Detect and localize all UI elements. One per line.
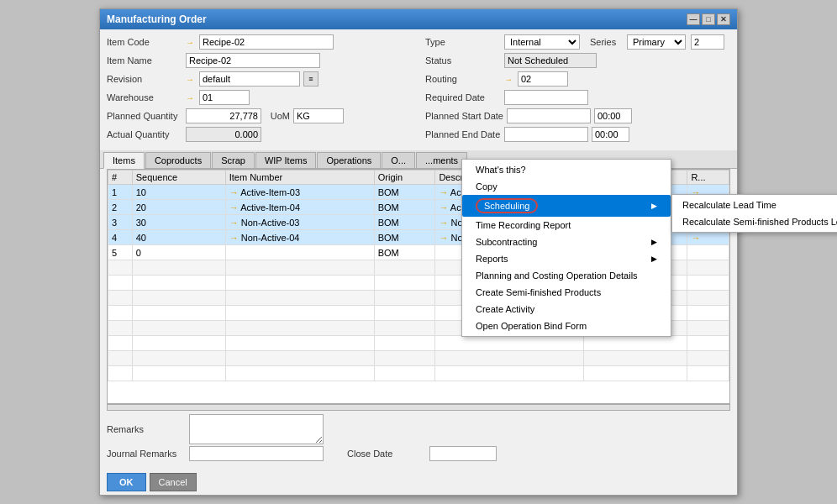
ctx-time-recording[interactable]: Time Recording Report xyxy=(462,217,671,234)
ctx-scheduling[interactable]: Scheduling ▶ xyxy=(462,195,671,217)
status-label: Status xyxy=(425,55,501,66)
sub-context-menu: Recalculate Lead Time Recalculate Semi-f… xyxy=(671,194,837,233)
required-date-label: Required Date xyxy=(425,92,501,102)
col-sequence: Sequence xyxy=(132,171,225,185)
button-row: OK Cancel xyxy=(100,470,737,495)
ctx-open-operation[interactable]: Open Operation Bind Form xyxy=(462,318,671,334)
ok-button[interactable]: OK xyxy=(107,473,146,491)
remarks-row: Remarks xyxy=(107,414,730,444)
item-name-row: Item Name xyxy=(107,53,412,68)
ctx-subcontracting[interactable]: Subcontracting ▶ xyxy=(462,234,671,250)
cancel-button[interactable]: Cancel xyxy=(150,473,197,491)
cell-seq: 10 xyxy=(132,185,225,200)
status-input xyxy=(504,53,597,68)
close-button[interactable]: ✕ xyxy=(717,13,730,25)
tab-items[interactable]: Items xyxy=(103,152,145,169)
form-col-left: Item Code → Item Name Revision → ≡ Wareh… xyxy=(107,34,412,144)
sub-ctx-recalc-semi-label: Recalculate Semi-finished Products Lead … xyxy=(682,217,837,227)
tab-operations[interactable]: Operations xyxy=(317,152,381,168)
remarks-textarea[interactable] xyxy=(189,414,324,444)
close-date-input[interactable] xyxy=(429,446,497,461)
table-row-empty xyxy=(108,351,729,366)
ctx-reports-chevron: ▶ xyxy=(651,255,657,263)
revision-browse-button[interactable]: ≡ xyxy=(303,71,318,87)
item-name-label: Item Name xyxy=(107,55,182,66)
cell-item: → Non-Active-04 xyxy=(225,230,374,245)
item-code-arrow: → xyxy=(186,38,194,47)
revision-row: Revision → ≡ xyxy=(107,71,412,87)
planned-start-time[interactable] xyxy=(594,108,632,123)
window-title: Manufacturing Order xyxy=(107,13,207,25)
horizontal-scrollbar[interactable] xyxy=(107,404,730,411)
type-select[interactable]: Internal xyxy=(504,34,580,50)
ctx-whats-this[interactable]: What's this? xyxy=(462,161,671,178)
planned-end-time[interactable] xyxy=(592,127,629,142)
window-controls: — □ ✕ xyxy=(687,13,730,25)
ctx-copy-label: Copy xyxy=(476,181,497,192)
remarks-label: Remarks xyxy=(107,424,182,434)
ctx-create-semi[interactable]: Create Semi-finished Products xyxy=(462,284,671,301)
routing-row: Routing → xyxy=(425,71,730,87)
cell-num: 1 xyxy=(108,185,133,200)
series-select[interactable]: Primary xyxy=(627,34,686,50)
actual-qty-row: Actual Quantity xyxy=(107,127,412,142)
routing-arrow: → xyxy=(504,75,513,84)
main-window: Manufacturing Order — □ ✕ Item Code → It… xyxy=(99,8,738,496)
col-r: R... xyxy=(687,171,729,185)
series-label: Series xyxy=(590,37,624,47)
ctx-reports-label: Reports xyxy=(476,254,508,264)
minimize-button[interactable]: — xyxy=(687,13,700,25)
cell-num: 4 xyxy=(108,230,133,245)
item-code-row: Item Code → xyxy=(107,34,412,50)
tab-wip-items[interactable]: WIP Items xyxy=(255,152,317,168)
table-row-empty xyxy=(108,366,729,381)
ctx-create-activity[interactable]: Create Activity xyxy=(462,301,671,318)
warehouse-input[interactable] xyxy=(199,90,250,105)
tab-o[interactable]: O... xyxy=(382,152,415,168)
warehouse-label: Warehouse xyxy=(107,92,182,102)
ctx-time-recording-label: Time Recording Report xyxy=(476,220,571,230)
cell-origin: BOM xyxy=(374,215,435,230)
planned-end-label: Planned End Date xyxy=(425,129,501,139)
journal-remarks-input[interactable] xyxy=(189,446,324,461)
cell-num: 2 xyxy=(108,200,133,215)
ctx-reports[interactable]: Reports ▶ xyxy=(462,250,671,267)
planned-qty-input[interactable] xyxy=(186,108,261,123)
planned-end-input[interactable] xyxy=(504,127,588,142)
close-date-label: Close Date xyxy=(347,449,423,459)
col-item-number: Item Number xyxy=(225,171,374,185)
item-name-input[interactable] xyxy=(186,53,320,68)
planned-qty-row: Planned Quantity UoM xyxy=(107,108,412,123)
sub-ctx-recalc-lead[interactable]: Recalculate Lead Time xyxy=(672,197,837,213)
sub-ctx-recalc-lead-label: Recalculate Lead Time xyxy=(682,200,776,210)
tab-ments[interactable]: ...ments xyxy=(416,152,467,168)
tab-scrap[interactable]: Scrap xyxy=(212,152,255,168)
item-code-input[interactable] xyxy=(199,34,334,50)
ctx-copy[interactable]: Copy xyxy=(462,178,671,195)
form-col-right: Type Internal Series Primary Status Rout… xyxy=(425,34,730,144)
cell-num: 5 xyxy=(108,245,133,260)
col-num: # xyxy=(108,171,133,185)
ctx-scheduling-chevron: ▶ xyxy=(651,202,657,210)
required-date-input[interactable] xyxy=(504,90,588,105)
ctx-planning[interactable]: Planning and Costing Operation Details xyxy=(462,267,671,284)
ctx-create-semi-label: Create Semi-finished Products xyxy=(476,287,601,297)
planned-start-input[interactable] xyxy=(507,108,591,123)
revision-input[interactable] xyxy=(199,71,300,87)
ctx-create-activity-label: Create Activity xyxy=(476,304,534,314)
item-code-label: Item Code xyxy=(107,37,182,47)
required-date-row: Required Date xyxy=(425,90,730,105)
maximize-button[interactable]: □ xyxy=(702,13,715,25)
cell-seq: 40 xyxy=(132,230,225,245)
ctx-scheduling-label: Scheduling xyxy=(476,198,538,213)
cell-seq: 20 xyxy=(132,200,225,215)
cell-r xyxy=(687,245,729,260)
cell-origin: BOM xyxy=(374,245,435,260)
sub-ctx-recalc-semi[interactable]: Recalculate Semi-finished Products Lead … xyxy=(672,213,837,230)
tab-coproducts[interactable]: Coproducts xyxy=(145,152,211,168)
planned-qty-label: Planned Quantity xyxy=(107,111,182,121)
type-label: Type xyxy=(425,37,501,47)
series-num-input[interactable] xyxy=(691,34,724,50)
routing-input[interactable] xyxy=(518,71,568,87)
uom-input[interactable] xyxy=(293,108,344,123)
